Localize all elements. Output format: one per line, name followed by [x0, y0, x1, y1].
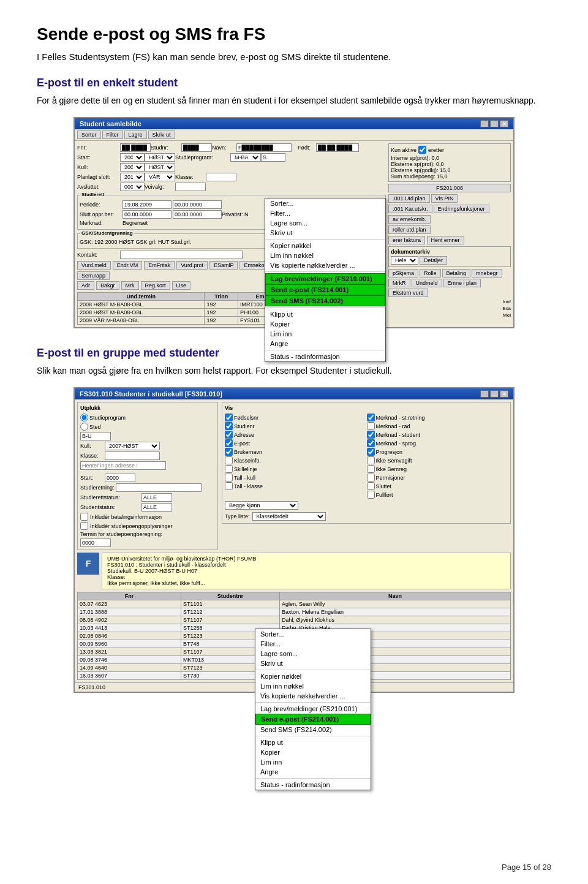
- btn-reg-kort[interactable]: Reg.kort: [141, 281, 170, 290]
- field-klasse-2[interactable]: [105, 451, 160, 460]
- win2-minimize[interactable]: _: [480, 390, 489, 398]
- dok-select[interactable]: Hele: [391, 256, 418, 265]
- cb-adresse[interactable]: [225, 431, 233, 439]
- btn-roller-utd[interactable]: roller utd.plan: [388, 225, 431, 234]
- btn-vurd-prot[interactable]: Vurd.prot: [176, 261, 208, 270]
- field-fnr[interactable]: [120, 143, 151, 152]
- btn-emfritak[interactable]: EmFritak: [144, 261, 175, 270]
- cb-brukernavn[interactable]: [225, 448, 233, 456]
- cb-klasseinfo[interactable]: [225, 456, 233, 464]
- radio-sted[interactable]: [80, 423, 88, 431]
- cb-tall-klasse[interactable]: [225, 482, 233, 490]
- ctx2-lim-inn-nokkel[interactable]: Lim inn nøkkel: [255, 681, 371, 691]
- cb-inkluder-betaling[interactable]: [80, 513, 88, 521]
- btn-hent-emner[interactable]: Hent emner: [427, 236, 464, 244]
- btn-fs201[interactable]: FS201.006: [388, 184, 511, 192]
- radio-studieprogram[interactable]: [80, 414, 88, 421]
- btn-bakgr[interactable]: Bakgr: [96, 281, 119, 290]
- btn-avrnekomb[interactable]: av ernekomb.: [388, 215, 431, 224]
- ctx-vis-kopierte[interactable]: Vis kopierte nøkkelverdier ...: [265, 260, 385, 270]
- cb-sluttet[interactable]: [367, 482, 375, 490]
- btn-esamlp[interactable]: ESamlP: [209, 261, 238, 270]
- btn-ekstern-vurd[interactable]: Ekstern vurd: [388, 289, 428, 297]
- cb-st-retning[interactable]: [367, 414, 375, 421]
- field-sp-val[interactable]: [80, 432, 111, 440]
- btn-mnebegr[interactable]: mnebegr: [472, 269, 502, 278]
- ctx-lagre[interactable]: Lagre som...: [265, 218, 385, 228]
- ctx2-klipp-ut[interactable]: Klipp ut: [255, 738, 371, 747]
- field-kull-2[interactable]: 2007-HØST: [105, 442, 160, 450]
- btn-vurd-meld[interactable]: Vurd.meld: [77, 261, 111, 270]
- btn-rolle[interactable]: Rolle: [420, 269, 441, 278]
- field-kull-year[interactable]: 2008: [120, 163, 145, 172]
- btn-sem-rapp[interactable]: Sem.rapp: [77, 271, 110, 280]
- cb-epost[interactable]: [225, 439, 233, 447]
- cb-merknad-rad[interactable]: [367, 422, 375, 430]
- cb-progresjon[interactable]: [367, 448, 375, 456]
- field-sp-code[interactable]: [261, 153, 285, 162]
- ctx2-lagre[interactable]: Lagre som...: [255, 649, 371, 659]
- ctx-status[interactable]: Status - radinformasjon: [265, 352, 385, 361]
- field-type-liste[interactable]: Klassefördelt: [252, 512, 326, 521]
- field-avsluttet[interactable]: 0000: [120, 183, 145, 191]
- field-studieretning[interactable]: [116, 483, 202, 492]
- field-periode-to[interactable]: [173, 200, 222, 209]
- ctx-sorter[interactable]: Sorter...: [265, 198, 385, 208]
- ctx-send-epost[interactable]: Send e-post (FS214.001): [265, 284, 385, 295]
- ctx2-vis-kopierte[interactable]: Vis kopierte nøkkelverdier ...: [255, 691, 371, 701]
- cb-ikke-semreg[interactable]: [367, 465, 375, 473]
- cb-ikke-semvagift[interactable]: [367, 456, 375, 464]
- ctx-lim-inn-nokkel[interactable]: Lim inn nøkkel: [265, 251, 385, 260]
- ctx-angre[interactable]: Angre: [265, 339, 385, 349]
- field-planlagt-year[interactable]: 2013: [120, 173, 145, 181]
- ctx-kopier-nokkel[interactable]: Kopier nøkkel: [265, 241, 385, 251]
- btn-endr-vm[interactable]: Endr.VM: [113, 261, 143, 270]
- btn-undmeld[interactable]: Undmeld: [412, 279, 442, 287]
- btn-detaljer[interactable]: Detaljer: [420, 256, 447, 265]
- win2-maximize[interactable]: □: [490, 390, 499, 398]
- field-veivalg[interactable]: [175, 183, 206, 191]
- ctx2-send-epost[interactable]: Send e-post (FS214.001): [255, 714, 371, 725]
- ctx2-sorter[interactable]: Sorter...: [255, 629, 371, 639]
- cb-tall-kull[interactable]: [225, 474, 233, 482]
- field-fodt[interactable]: [316, 143, 359, 152]
- cb-skillelinje[interactable]: [225, 465, 233, 473]
- btn-mrkr[interactable]: MrkR: [388, 279, 410, 287]
- cb-fodselsnr[interactable]: [225, 414, 233, 421]
- field-begge-kjonn[interactable]: Begge kjønn: [225, 501, 298, 510]
- ctx-filter[interactable]: Filter...: [265, 208, 385, 218]
- cb-studienr[interactable]: [225, 422, 233, 430]
- ctx-lag-brev[interactable]: Lag brev/meldinger (FS210.001): [265, 273, 385, 284]
- field-klasse[interactable]: [206, 173, 236, 181]
- field-slutt-to[interactable]: [173, 210, 222, 219]
- field-periode-from[interactable]: [123, 200, 172, 209]
- ctx2-skriv-ut[interactable]: Skriv ut: [255, 659, 371, 668]
- field-kull-sem[interactable]: HØST: [145, 163, 175, 172]
- ctx2-send-sms[interactable]: Send SMS (FS214.002): [255, 725, 371, 735]
- field-henter[interactable]: [80, 461, 166, 470]
- ctx2-angre[interactable]: Angre: [255, 767, 371, 777]
- field-studieprogram[interactable]: M-BA: [230, 153, 261, 162]
- close-btn[interactable]: ✕: [500, 120, 508, 127]
- field-studentstatus[interactable]: [141, 503, 172, 512]
- cb-permisjoner[interactable]: [367, 474, 375, 482]
- cb-merknad-sprog[interactable]: [367, 439, 375, 447]
- ctx2-kopier-nokkel[interactable]: Kopier nøkkel: [255, 671, 371, 681]
- toolbar-btn3[interactable]: Lagre: [124, 130, 147, 139]
- ctx2-lim-inn[interactable]: Lim inn: [255, 757, 371, 767]
- btn-betaling[interactable]: Betaling: [442, 269, 471, 278]
- btn-faktura[interactable]: erer faktura: [388, 236, 425, 244]
- cb-fulfort[interactable]: [367, 491, 375, 499]
- btn-lise[interactable]: Lise: [172, 281, 191, 290]
- ctx-send-sms[interactable]: Send SMS (FS214.002): [265, 295, 385, 306]
- ctx2-kopier[interactable]: Kopier: [255, 747, 371, 757]
- cb-merknad-student[interactable]: [367, 431, 375, 439]
- cb-inkluder-studiepoeng[interactable]: [80, 522, 88, 530]
- field-slutt-from[interactable]: [123, 210, 172, 219]
- btn-adr[interactable]: Adr: [77, 281, 94, 290]
- win2-close[interactable]: ✕: [500, 390, 508, 398]
- minimize-btn[interactable]: _: [480, 120, 489, 127]
- ctx-klipp-ut[interactable]: Klipp ut: [265, 309, 385, 319]
- btn-vis-pin[interactable]: Vis PIN: [431, 194, 458, 203]
- field-start-2[interactable]: [105, 474, 135, 482]
